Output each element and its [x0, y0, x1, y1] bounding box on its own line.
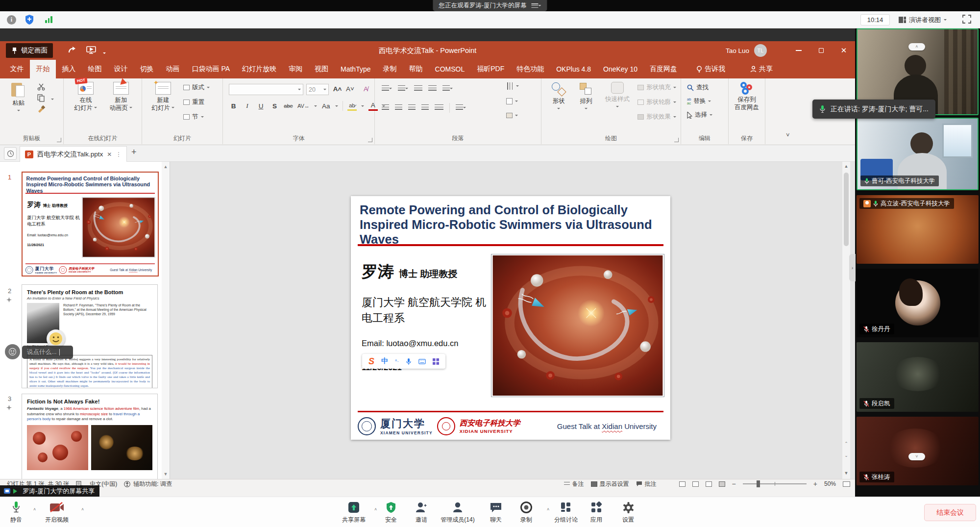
ime-mic-icon[interactable] [406, 358, 412, 365]
banner-menu-icon[interactable] [532, 3, 541, 8]
clear-format-button[interactable]: A̸ [361, 84, 370, 94]
highlight-button[interactable]: ab̷ [347, 101, 357, 111]
sogou-logo-icon[interactable]: S [368, 356, 374, 367]
char-spacing-button[interactable]: AV↔ [297, 101, 310, 111]
tab-more-icon[interactable]: ⋮ [116, 151, 122, 158]
fullscreen-icon[interactable] [962, 15, 971, 24]
zoom-slider[interactable] [743, 483, 807, 484]
qat-dropdown-icon[interactable] [103, 49, 106, 57]
manage-members-button[interactable]: 管理成员(14) [435, 501, 480, 524]
animation-star-icon[interactable] [6, 297, 12, 302]
tab-help[interactable]: 帮助 [403, 60, 429, 78]
tab-home[interactable]: 开始 [30, 60, 56, 78]
tab-insert[interactable]: 插入 [56, 60, 82, 78]
zoom-in-icon[interactable]: + [813, 480, 817, 488]
arrange-button[interactable]: 排列 [574, 82, 598, 113]
restore-button[interactable] [810, 41, 833, 60]
tab-animations[interactable]: 动画 [160, 60, 186, 78]
strikethrough-button[interactable]: abe [284, 101, 293, 111]
smiley-icon[interactable] [5, 344, 20, 359]
bullets-button[interactable] [382, 85, 392, 92]
comments-button[interactable]: 批注 [636, 480, 657, 488]
distribute-button[interactable] [435, 104, 443, 111]
account-area[interactable]: Tao Luo TL [726, 41, 767, 60]
tab-view[interactable]: 视图 [309, 60, 335, 78]
slideshow-icon[interactable] [86, 46, 96, 54]
increase-indent-button[interactable] [428, 85, 437, 92]
italic-button[interactable]: I [243, 101, 252, 111]
collapse-ribbon-icon[interactable]: ˅ [786, 131, 790, 139]
tab-draw[interactable]: 绘图 [82, 60, 108, 78]
format-painter-button[interactable] [37, 105, 45, 113]
slideshow-view-icon[interactable] [719, 481, 725, 487]
mute-button[interactable]: 静音 [0, 501, 37, 524]
ime-keyboard-icon[interactable] [418, 359, 426, 364]
tab-special-features[interactable]: 特色功能 [511, 60, 550, 78]
tab-design[interactable]: 设计 [108, 60, 134, 78]
shape-effects-button[interactable]: 形状效果 [637, 113, 676, 121]
history-icon[interactable] [4, 147, 17, 160]
canvas-scrollbar[interactable]: ▲ ⌃ ⌄ ▼ [842, 162, 850, 479]
more-videos-icon[interactable]: ˅ [908, 453, 925, 460]
reading-view-icon[interactable] [706, 481, 712, 487]
tab-file[interactable]: 文件 [4, 60, 30, 78]
font-size-combo[interactable]: 20 [306, 84, 329, 95]
decrease-indent-button[interactable] [414, 85, 422, 92]
clipboard-dialog-launcher[interactable] [57, 138, 61, 142]
layout-button[interactable]: 版式 [183, 83, 210, 92]
avatar[interactable]: TL [754, 44, 767, 57]
align-left-button[interactable] [382, 104, 389, 111]
slide-thumbnail-2[interactable]: There's Plenty of Room at the Bottom An … [22, 284, 158, 388]
tab-record[interactable]: 录制 [377, 60, 403, 78]
tab-transitions[interactable]: 切换 [134, 60, 160, 78]
ime-toolbox-icon[interactable] [433, 358, 439, 365]
start-video-button[interactable]: 开启视频 [33, 501, 80, 524]
section-button[interactable]: 节 [183, 113, 204, 121]
tab-foxit-pdf[interactable]: 福昕PDF [471, 60, 511, 78]
shape-fill-button[interactable]: 形状填充 [637, 83, 676, 92]
font-dialog-launcher[interactable] [368, 138, 372, 142]
tab-slideshow[interactable]: 幻灯片放映 [236, 60, 283, 78]
animation-star-icon[interactable] [6, 405, 12, 410]
view-mode-button[interactable]: 演讲者视图 [899, 14, 947, 25]
end-meeting-button[interactable]: 结束会议 [924, 504, 976, 521]
accessibility-icon[interactable] [124, 481, 130, 487]
underline-button[interactable]: U [256, 101, 266, 111]
chinese-mode-icon[interactable]: 中 [381, 357, 388, 366]
notes-button[interactable]: 备注 [564, 480, 584, 488]
shield-plus-icon[interactable] [24, 14, 34, 25]
display-settings-button[interactable]: 显示器设置 [591, 480, 629, 488]
redo-icon[interactable] [68, 46, 77, 54]
tab-pocket-animation[interactable]: 口袋动画 PA [186, 60, 236, 78]
fit-to-window-icon[interactable] [843, 481, 850, 487]
video-tile-gaolibo[interactable]: 高立波-西安电子科技大学 [857, 195, 979, 264]
smartart-button[interactable] [506, 113, 518, 118]
lock-screen-tooltip[interactable]: 锁定画面 [6, 43, 53, 58]
video-tile-caoke[interactable]: 曹可-西安电子科技大学 [857, 118, 979, 190]
panel-collapse-handle[interactable]: › [849, 254, 856, 281]
drawing-dialog-launcher[interactable] [674, 138, 679, 142]
close-button[interactable]: ✕ [833, 41, 855, 60]
zoom-level[interactable]: 50% [824, 480, 836, 487]
info-icon[interactable]: i [7, 15, 16, 25]
tell-me-button[interactable]: 告诉我 [690, 60, 732, 78]
slide-thumbnail-3[interactable]: Fiction Is Not Always Fake! Fantastic Vo… [22, 394, 158, 479]
network-signal-icon[interactable] [45, 16, 52, 23]
shrink-font-button[interactable]: A˅ [345, 84, 355, 94]
video-tile-xudandan[interactable]: 徐丹丹 [857, 269, 979, 337]
grow-font-button[interactable]: A˄ [333, 84, 342, 94]
slide-sorter-icon[interactable] [692, 481, 699, 487]
paste-button[interactable]: 粘贴 [7, 82, 30, 115]
normal-view-icon[interactable] [679, 481, 686, 487]
shape-outline-button[interactable]: 形状轮廓 [637, 98, 676, 106]
find-button[interactable]: 查找 [687, 83, 709, 92]
new-animation-page-button[interactable]: 新加 动画页 [106, 82, 136, 112]
slide-thumbnail-1[interactable]: Remote Powering and Control of Biologica… [22, 172, 159, 276]
minimize-button[interactable] [787, 41, 810, 60]
line-spacing-button[interactable] [442, 85, 453, 92]
new-slide-button[interactable]: ✦ 新建 幻灯片 [148, 82, 178, 112]
justify-button[interactable] [421, 104, 429, 111]
settings-button[interactable]: 设置 [608, 501, 649, 524]
shadow-button[interactable]: S [270, 101, 279, 111]
quick-styles-button[interactable]: 快速样式 [601, 82, 634, 111]
